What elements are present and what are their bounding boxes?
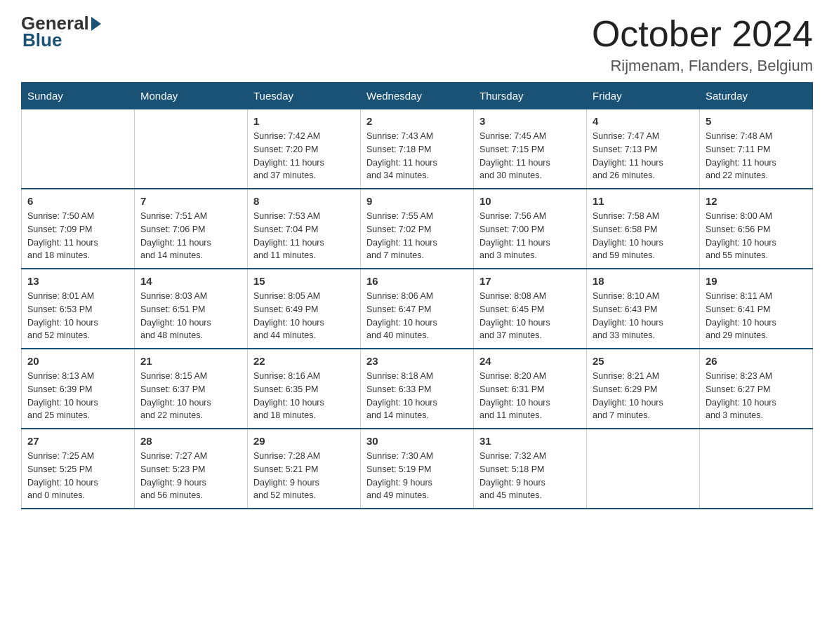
day-number: 23 — [366, 355, 468, 367]
cell-w2-d5: 11Sunrise: 7:58 AM Sunset: 6:58 PM Dayli… — [587, 189, 700, 269]
cell-w5-d5 — [587, 429, 700, 509]
week-row-1: 1Sunrise: 7:42 AM Sunset: 7:20 PM Daylig… — [22, 109, 813, 189]
header-wednesday: Wednesday — [361, 83, 474, 109]
day-number: 6 — [27, 195, 128, 207]
day-info: Sunrise: 7:51 AM Sunset: 7:06 PM Dayligh… — [140, 210, 241, 262]
day-number: 15 — [253, 275, 355, 287]
header-row: SundayMondayTuesdayWednesdayThursdayFrid… — [22, 83, 813, 109]
cell-w2-d2: 8Sunrise: 7:53 AM Sunset: 7:04 PM Daylig… — [248, 189, 361, 269]
cell-w1-d3: 2Sunrise: 7:43 AM Sunset: 7:18 PM Daylig… — [361, 109, 474, 189]
week-row-2: 6Sunrise: 7:50 AM Sunset: 7:09 PM Daylig… — [22, 189, 813, 269]
cell-w3-d0: 13Sunrise: 8:01 AM Sunset: 6:53 PM Dayli… — [22, 269, 135, 349]
day-number: 20 — [27, 355, 128, 367]
cell-w4-d6: 26Sunrise: 8:23 AM Sunset: 6:27 PM Dayli… — [700, 349, 813, 429]
day-info: Sunrise: 8:16 AM Sunset: 6:35 PM Dayligh… — [253, 370, 355, 422]
cell-w1-d2: 1Sunrise: 7:42 AM Sunset: 7:20 PM Daylig… — [248, 109, 361, 189]
day-info: Sunrise: 8:23 AM Sunset: 6:27 PM Dayligh… — [706, 370, 807, 422]
cell-w2-d0: 6Sunrise: 7:50 AM Sunset: 7:09 PM Daylig… — [22, 189, 135, 269]
cell-w1-d1 — [135, 109, 248, 189]
cell-w5-d4: 31Sunrise: 7:32 AM Sunset: 5:18 PM Dayli… — [474, 429, 587, 509]
title-block: October 2024 Rijmenam, Flanders, Belgium — [592, 14, 813, 75]
day-info: Sunrise: 7:43 AM Sunset: 7:18 PM Dayligh… — [366, 130, 468, 182]
day-number: 25 — [593, 355, 694, 367]
cell-w3-d4: 17Sunrise: 8:08 AM Sunset: 6:45 PM Dayli… — [474, 269, 587, 349]
day-info: Sunrise: 7:27 AM Sunset: 5:23 PM Dayligh… — [140, 450, 241, 502]
day-number: 24 — [479, 355, 581, 367]
header-monday: Monday — [135, 83, 248, 109]
header-sunday: Sunday — [22, 83, 135, 109]
cell-w5-d0: 27Sunrise: 7:25 AM Sunset: 5:25 PM Dayli… — [22, 429, 135, 509]
day-info: Sunrise: 8:01 AM Sunset: 6:53 PM Dayligh… — [27, 290, 128, 342]
cell-w4-d1: 21Sunrise: 8:15 AM Sunset: 6:37 PM Dayli… — [135, 349, 248, 429]
day-info: Sunrise: 7:48 AM Sunset: 7:11 PM Dayligh… — [706, 130, 807, 182]
day-info: Sunrise: 7:25 AM Sunset: 5:25 PM Dayligh… — [27, 450, 128, 502]
day-number: 2 — [366, 115, 468, 127]
day-number: 31 — [479, 435, 581, 447]
day-number: 21 — [140, 355, 241, 367]
cell-w3-d1: 14Sunrise: 8:03 AM Sunset: 6:51 PM Dayli… — [135, 269, 248, 349]
header-thursday: Thursday — [474, 83, 587, 109]
cell-w5-d3: 30Sunrise: 7:30 AM Sunset: 5:19 PM Dayli… — [361, 429, 474, 509]
day-number: 18 — [593, 275, 694, 287]
day-number: 1 — [253, 115, 355, 127]
day-number: 12 — [706, 195, 807, 207]
day-number: 4 — [593, 115, 694, 127]
day-number: 17 — [479, 275, 581, 287]
day-info: Sunrise: 7:56 AM Sunset: 7:00 PM Dayligh… — [479, 210, 581, 262]
week-row-5: 27Sunrise: 7:25 AM Sunset: 5:25 PM Dayli… — [22, 429, 813, 509]
day-info: Sunrise: 7:32 AM Sunset: 5:18 PM Dayligh… — [479, 450, 581, 502]
cell-w5-d6 — [700, 429, 813, 509]
day-info: Sunrise: 8:18 AM Sunset: 6:33 PM Dayligh… — [366, 370, 468, 422]
week-row-3: 13Sunrise: 8:01 AM Sunset: 6:53 PM Dayli… — [22, 269, 813, 349]
day-info: Sunrise: 8:11 AM Sunset: 6:41 PM Dayligh… — [706, 290, 807, 342]
location-text: Rijmenam, Flanders, Belgium — [592, 57, 813, 75]
day-number: 14 — [140, 275, 241, 287]
day-number: 13 — [27, 275, 128, 287]
day-info: Sunrise: 7:53 AM Sunset: 7:04 PM Dayligh… — [253, 210, 355, 262]
day-info: Sunrise: 7:55 AM Sunset: 7:02 PM Dayligh… — [366, 210, 468, 262]
header-friday: Friday — [587, 83, 700, 109]
day-info: Sunrise: 8:05 AM Sunset: 6:49 PM Dayligh… — [253, 290, 355, 342]
page-header: General Blue October 2024 Rijmenam, Flan… — [21, 14, 813, 75]
cell-w4-d4: 24Sunrise: 8:20 AM Sunset: 6:31 PM Dayli… — [474, 349, 587, 429]
day-number: 9 — [366, 195, 468, 207]
cell-w1-d6: 5Sunrise: 7:48 AM Sunset: 7:11 PM Daylig… — [700, 109, 813, 189]
day-info: Sunrise: 7:30 AM Sunset: 5:19 PM Dayligh… — [366, 450, 468, 502]
day-number: 5 — [706, 115, 807, 127]
cell-w2-d4: 10Sunrise: 7:56 AM Sunset: 7:00 PM Dayli… — [474, 189, 587, 269]
cell-w2-d6: 12Sunrise: 8:00 AM Sunset: 6:56 PM Dayli… — [700, 189, 813, 269]
day-number: 10 — [479, 195, 581, 207]
day-number: 28 — [140, 435, 241, 447]
logo-blue-text: Blue — [22, 29, 62, 51]
cell-w1-d4: 3Sunrise: 7:45 AM Sunset: 7:15 PM Daylig… — [474, 109, 587, 189]
day-number: 30 — [366, 435, 468, 447]
day-number: 26 — [706, 355, 807, 367]
day-info: Sunrise: 8:20 AM Sunset: 6:31 PM Dayligh… — [479, 370, 581, 422]
month-title: October 2024 — [592, 14, 813, 54]
day-info: Sunrise: 7:50 AM Sunset: 7:09 PM Dayligh… — [27, 210, 128, 262]
cell-w3-d6: 19Sunrise: 8:11 AM Sunset: 6:41 PM Dayli… — [700, 269, 813, 349]
day-info: Sunrise: 8:06 AM Sunset: 6:47 PM Dayligh… — [366, 290, 468, 342]
cell-w5-d2: 29Sunrise: 7:28 AM Sunset: 5:21 PM Dayli… — [248, 429, 361, 509]
day-info: Sunrise: 7:47 AM Sunset: 7:13 PM Dayligh… — [593, 130, 694, 182]
day-number: 3 — [479, 115, 581, 127]
cell-w4-d0: 20Sunrise: 8:13 AM Sunset: 6:39 PM Dayli… — [22, 349, 135, 429]
cell-w4-d3: 23Sunrise: 8:18 AM Sunset: 6:33 PM Dayli… — [361, 349, 474, 429]
cell-w1-d5: 4Sunrise: 7:47 AM Sunset: 7:13 PM Daylig… — [587, 109, 700, 189]
day-info: Sunrise: 8:21 AM Sunset: 6:29 PM Dayligh… — [593, 370, 694, 422]
day-info: Sunrise: 7:58 AM Sunset: 6:58 PM Dayligh… — [593, 210, 694, 262]
day-info: Sunrise: 7:28 AM Sunset: 5:21 PM Dayligh… — [253, 450, 355, 502]
header-tuesday: Tuesday — [248, 83, 361, 109]
calendar-table: SundayMondayTuesdayWednesdayThursdayFrid… — [21, 82, 813, 509]
day-info: Sunrise: 8:15 AM Sunset: 6:37 PM Dayligh… — [140, 370, 241, 422]
cell-w4-d2: 22Sunrise: 8:16 AM Sunset: 6:35 PM Dayli… — [248, 349, 361, 429]
cell-w3-d2: 15Sunrise: 8:05 AM Sunset: 6:49 PM Dayli… — [248, 269, 361, 349]
day-info: Sunrise: 7:42 AM Sunset: 7:20 PM Dayligh… — [253, 130, 355, 182]
logo: General Blue — [21, 14, 101, 51]
day-number: 27 — [27, 435, 128, 447]
day-number: 29 — [253, 435, 355, 447]
cell-w4-d5: 25Sunrise: 8:21 AM Sunset: 6:29 PM Dayli… — [587, 349, 700, 429]
day-number: 8 — [253, 195, 355, 207]
cell-w3-d3: 16Sunrise: 8:06 AM Sunset: 6:47 PM Dayli… — [361, 269, 474, 349]
day-info: Sunrise: 8:13 AM Sunset: 6:39 PM Dayligh… — [27, 370, 128, 422]
